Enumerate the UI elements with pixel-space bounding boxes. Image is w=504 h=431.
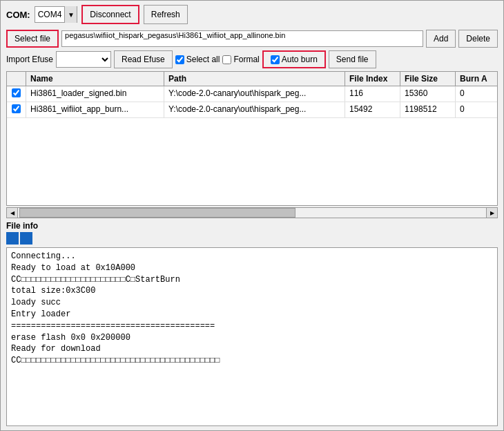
log-line: Ready for download xyxy=(11,343,493,355)
select-file-button[interactable]: Select file xyxy=(6,30,59,48)
th-file-size: File Size xyxy=(400,72,456,86)
com-select-value: COM4 xyxy=(35,10,65,19)
read-efuse-button[interactable]: Read Efuse xyxy=(114,50,173,68)
log-line: CC□□□□□□□□□□□□□□□□□□□□□□□□□□□□□□□□□□□□□□… xyxy=(11,355,493,367)
row1-path: Y:\code-2.0-canary\out\hispark_peg... xyxy=(164,86,345,102)
formal-checkbox[interactable] xyxy=(222,55,231,64)
select-all-checkbox[interactable] xyxy=(175,55,184,64)
log-line: Connecting... xyxy=(11,251,493,262)
row1-burn-a: 0 xyxy=(456,86,497,102)
disconnect-button[interactable]: Disconnect xyxy=(81,5,139,24)
progress-bar-1 xyxy=(6,232,19,245)
add-button[interactable]: Add xyxy=(426,30,456,48)
th-file-index: File Index xyxy=(345,72,400,86)
scrollbar-thumb[interactable] xyxy=(19,208,295,218)
log-line: erase flash 0x0 0x200000 xyxy=(11,332,493,344)
com-label: COM: xyxy=(6,10,30,20)
row2-path: Y:\code-2.0-canary\out\hispark_peg... xyxy=(164,102,345,117)
log-line: ========================================… xyxy=(11,320,493,332)
row2-file-size: 1198512 xyxy=(400,102,456,117)
log-area[interactable]: Connecting...Ready to load at 0x10A000CC… xyxy=(6,247,498,426)
th-name: Name xyxy=(26,72,164,86)
file-path-input[interactable]: pegasus\wifiiot_hispark_pegasus\Hi3861_w… xyxy=(61,30,423,47)
row1-name: Hi3861_loader_signed.bin xyxy=(26,86,164,102)
file-info-bars xyxy=(6,232,498,245)
import-efuse-label: Import Efuse xyxy=(6,55,53,64)
send-file-button[interactable]: Send file xyxy=(329,50,376,68)
log-line: total size:0x3C00 xyxy=(11,285,493,297)
com-select-arrow-icon[interactable]: ▼ xyxy=(64,6,77,23)
com-select[interactable]: COM4 ▼ xyxy=(35,6,78,23)
refresh-button[interactable]: Refresh xyxy=(144,5,188,24)
progress-bar-2 xyxy=(20,232,32,245)
formal-label: Formal xyxy=(233,55,259,64)
log-line: Entry loader xyxy=(11,309,493,320)
auto-burn-label: Auto burn xyxy=(282,55,318,64)
log-line: CC□□□□□□□□□□□□□□□□□□□□□C□StartBurn xyxy=(11,274,493,286)
toolbar-row-3: Import Efuse Read Efuse Select all Forma… xyxy=(1,49,503,70)
row2-burn-a: 0 xyxy=(456,102,497,117)
table-row[interactable]: Hi3861_wifiiot_app_burn... Y:\code-2.0-c… xyxy=(7,102,497,118)
horizontal-scrollbar[interactable]: ◀ ▶ xyxy=(6,207,498,218)
toolbar-row-1: COM: COM4 ▼ Disconnect Refresh xyxy=(1,1,503,28)
table-body: Hi3861_loader_signed.bin Y:\code-2.0-can… xyxy=(7,86,497,205)
row1-file-index: 116 xyxy=(345,86,400,102)
file-info-section: File info xyxy=(1,218,503,246)
file-table: Name Path File Index File Size Burn A Hi… xyxy=(6,71,498,206)
auto-burn-checkbox[interactable] xyxy=(271,55,280,64)
select-all-label: Select all xyxy=(186,55,220,64)
th-path: Path xyxy=(164,72,345,86)
row1-check[interactable] xyxy=(7,86,26,102)
auto-burn-button[interactable]: Auto burn xyxy=(262,50,326,68)
efuse-dropdown[interactable] xyxy=(56,51,111,68)
toolbar-row-2: Select file pegasus\wifiiot_hispark_pega… xyxy=(1,28,503,49)
th-check xyxy=(7,72,26,86)
row2-check[interactable] xyxy=(7,102,26,117)
main-window: COM: COM4 ▼ Disconnect Refresh Select fi… xyxy=(0,0,504,431)
th-burn-a: Burn A xyxy=(456,72,497,86)
scroll-left-icon[interactable]: ◀ xyxy=(7,207,18,218)
file-info-label: File info xyxy=(6,221,498,231)
row2-file-index: 15492 xyxy=(345,102,400,117)
row2-name: Hi3861_wifiiot_app_burn... xyxy=(26,102,164,117)
formal-group: Formal xyxy=(222,55,259,64)
table-header: Name Path File Index File Size Burn A xyxy=(7,72,497,86)
scroll-right-icon[interactable]: ▶ xyxy=(486,207,497,218)
delete-button[interactable]: Delete xyxy=(458,30,498,48)
select-all-group: Select all xyxy=(175,55,220,64)
log-line: Ready to load at 0x10A000 xyxy=(11,262,493,274)
table-row[interactable]: Hi3861_loader_signed.bin Y:\code-2.0-can… xyxy=(7,86,497,102)
log-line: loady succ xyxy=(11,297,493,309)
row1-file-size: 15360 xyxy=(400,86,456,102)
